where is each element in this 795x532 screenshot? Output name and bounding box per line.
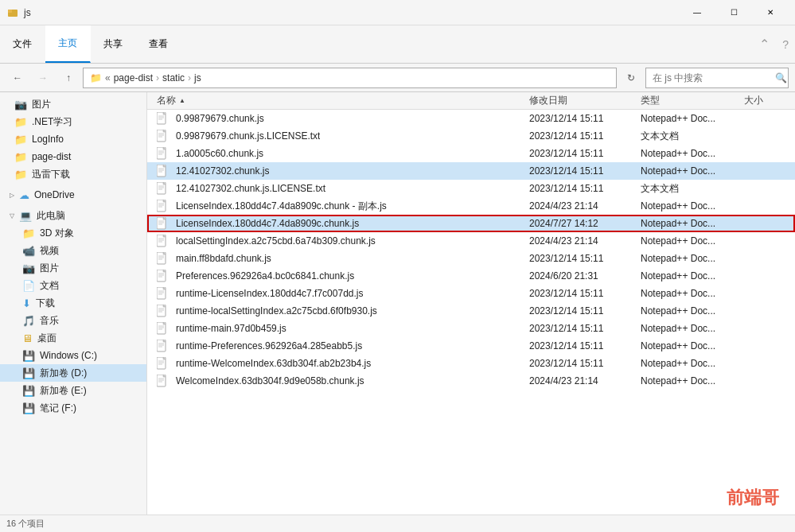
sidebar-label-dotnet: .NET学习 [32,115,72,129]
file-type-cell: Notepad++ Doc... [641,305,744,316]
up-button[interactable]: ↑ [57,67,80,89]
file-date-cell: 2024/4/23 21:14 [529,375,641,386]
file-row[interactable]: LicenseIndex.180dd4c7.4da8909c.chunk.js … [147,215,795,232]
file-row[interactable]: runtime-Preferences.962926a4.285eabb5.js… [147,337,795,355]
file-row[interactable]: main.ff8bdafd.chunk.js 2023/12/14 15:11 … [147,250,795,267]
statusbar: 16 个项目 [0,515,795,532]
file-name-text: 12.41027302.chunk.js.LICENSE.txt [176,183,325,194]
sidebar-item-pagedist[interactable]: 📁 page-dist [0,148,146,165]
file-date-cell: 2023/12/14 15:11 [529,113,641,124]
address-path-static[interactable]: static [162,72,185,83]
sidebar-label-drive-d: 新加卷 (D:) [40,367,87,380]
file-doc-icon [157,375,170,387]
col-date-label: 修改日期 [529,94,567,107]
folder-icon-desktop: 🖥 [22,332,33,344]
sidebar-item-3d[interactable]: 📁 3D 对象 [0,224,146,242]
sidebar-item-thispc[interactable]: ▽ 💻 此电脑 [0,207,146,224]
tab-file[interactable]: 文件 [0,25,45,63]
cloud-icon: ☁ [19,189,29,201]
col-type-header[interactable]: 类型 [641,94,744,107]
sidebar-item-drive-f[interactable]: 💾 笔记 (F:) [0,399,146,417]
minimize-button[interactable]: — [679,0,715,25]
file-type-cell: Notepad++ Doc... [641,165,744,177]
col-date-header[interactable]: 修改日期 [529,94,641,107]
folder-icon-downloads: ⬇ [22,297,31,309]
file-date-cell: 2023/12/14 15:11 [529,165,641,177]
file-row[interactable]: 12.41027302.chunk.js 2023/12/14 15:11 No… [147,162,795,180]
file-name-text: 1.a0005c60.chunk.js [176,148,263,159]
file-row[interactable]: runtime-main.97d0b459.js 2023/12/14 15:1… [147,320,795,337]
sidebar-item-dotnet[interactable]: 📁 .NET学习 [0,113,146,130]
main-layout: 📷 图片 📁 .NET学习 📁 LogInfo 📁 page-dist 📁 迅雷… [0,92,795,515]
file-type-cell: Notepad++ Doc... [641,235,744,247]
tab-view[interactable]: 查看 [136,25,181,63]
col-name-header[interactable]: 名称 ▲ [150,94,529,107]
folder-icon-pictures2: 📷 [22,262,35,274]
file-doc-icon [157,287,170,300]
file-name-cell: runtime-WelcomeIndex.63db304f.ab2b23b4.j… [150,357,529,370]
sidebar-item-pictures2[interactable]: 📷 图片 [0,259,146,277]
file-row[interactable]: LicenseIndex.180dd4c7.4da8909c.chunk - 副… [147,197,795,215]
titlebar: js — ☐ ✕ [0,0,795,25]
sidebar-label-desktop: 桌面 [37,332,57,345]
file-name-text: localSettingIndex.a2c75cbd.6a74b309.chun… [176,235,376,247]
maximize-button[interactable]: ☐ [715,0,752,25]
tab-home[interactable]: 主页 [45,25,91,63]
search-input[interactable] [653,72,772,83]
status-item-count: 16 个项目 [6,518,45,530]
file-name-cell: 12.41027302.chunk.js.LICENSE.txt [150,182,529,195]
sidebar-item-desktop[interactable]: 🖥 桌面 [0,329,146,347]
sidebar-item-docs[interactable]: 📄 文档 [0,277,146,294]
address-separator-3: › [188,72,191,83]
file-row[interactable]: 1.a0005c60.chunk.js 2023/12/14 15:11 Not… [147,145,795,162]
col-size-header[interactable]: 大小 [744,94,792,107]
close-button[interactable]: ✕ [752,0,789,25]
file-row[interactable]: localSettingIndex.a2c75cbd.6a74b309.chun… [147,232,795,250]
address-box[interactable]: 📁 « page-dist › static › js [83,68,617,88]
file-doc-icon [157,235,170,247]
file-name-cell: runtime-LicenseIndex.180dd4c7.f7c007dd.j… [150,287,529,300]
address-path-js[interactable]: js [194,72,201,83]
file-row[interactable]: Preferences.962926a4.bc0c6841.chunk.js 2… [147,267,795,285]
sidebar-item-video[interactable]: 📹 视频 [0,242,146,259]
back-button[interactable]: ← [6,67,29,89]
file-row[interactable]: 0.99879679.chunk.js.LICENSE.txt 2023/12/… [147,127,795,145]
sidebar-item-drive-e[interactable]: 💾 新加卷 (E:) [0,382,146,399]
file-type-cell: 文本文档 [641,182,744,196]
file-name-cell: LicenseIndex.180dd4c7.4da8909c.chunk - 副… [150,200,529,213]
file-type-cell: Notepad++ Doc... [641,340,744,351]
file-area: 名称 ▲ 修改日期 类型 大小 [147,92,795,515]
file-type-cell: Notepad++ Doc... [641,375,744,386]
folder-icon-dotnet: 📁 [14,116,27,128]
sidebar-item-downloads[interactable]: ⬇ 下载 [0,294,146,312]
file-name-cell: 12.41027302.chunk.js [150,165,529,177]
folder-icon-loginfo: 📁 [14,134,27,146]
sidebar-item-pictures1[interactable]: 📷 图片 [0,95,146,113]
sidebar-label-3d: 3D 对象 [40,227,74,240]
sidebar-item-drive-d[interactable]: 💾 新加卷 (D:) [0,364,146,382]
file-row[interactable]: runtime-localSettingIndex.a2c75cbd.6f0fb… [147,302,795,320]
sidebar-item-music[interactable]: 🎵 音乐 [0,312,146,329]
file-list: 0.99879679.chunk.js 2023/12/14 15:11 Not… [147,110,795,515]
file-name-cell: runtime-Preferences.962926a4.285eabb5.js [150,340,529,352]
file-row[interactable]: WelcomeIndex.63db304f.9d9e058b.chunk.js … [147,372,795,390]
folder-icon-pagedist: 📁 [14,151,27,163]
tab-share[interactable]: 共享 [91,25,136,63]
file-row[interactable]: 0.99879679.chunk.js 2023/12/14 15:11 Not… [147,110,795,127]
sidebar-item-loginfo[interactable]: 📁 LogInfo [0,130,146,148]
sidebar-label-downloads: 下载 [36,297,55,310]
search-box[interactable]: 🔍 [645,68,789,88]
help-button[interactable]: ? [776,25,795,63]
folder-icon-docs: 📄 [22,280,35,292]
sidebar-item-onedrive[interactable]: ▷ ☁ OneDrive [0,186,146,204]
sidebar-item-thunder[interactable]: 📁 迅雷下载 [0,165,146,183]
sidebar-item-drive-c[interactable]: 💾 Windows (C:) [0,347,146,364]
ribbon-collapse-button[interactable]: ⌃ [753,25,776,63]
refresh-button[interactable]: ↻ [620,67,642,89]
file-name-cell: runtime-localSettingIndex.a2c75cbd.6f0fb… [150,305,529,317]
address-path-pagedist[interactable]: page-dist [114,72,153,83]
expand-icon-thispc: ▽ [10,212,14,219]
file-row[interactable]: runtime-LicenseIndex.180dd4c7.f7c007dd.j… [147,285,795,302]
file-row[interactable]: runtime-WelcomeIndex.63db304f.ab2b23b4.j… [147,355,795,372]
file-row[interactable]: 12.41027302.chunk.js.LICENSE.txt 2023/12… [147,180,795,197]
